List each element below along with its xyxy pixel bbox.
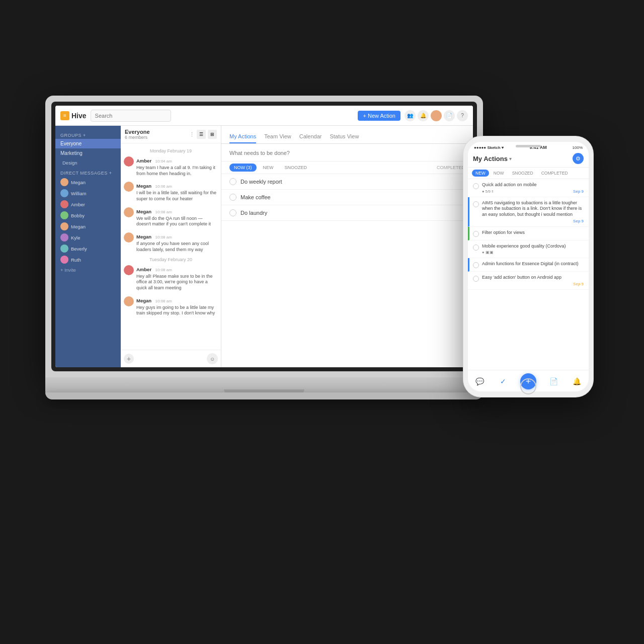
phone-action-circle-1[interactable]	[473, 201, 479, 207]
chat-grid-view-btn[interactable]: ⊞	[208, 130, 217, 139]
msg-text-2: We will do the QA run till noon — doesn'…	[136, 216, 218, 227]
chat-msg-2: Megan 10:08 am We will do the QA run til…	[124, 206, 218, 227]
tab-status-view[interactable]: Status View	[330, 133, 359, 143]
action-text-2: Do laundry	[240, 210, 267, 216]
hive-logo-text: Hive	[71, 112, 87, 120]
phone-action-circle-5[interactable]	[473, 276, 479, 282]
chat-add-button[interactable]: +	[124, 354, 134, 364]
dm-label: DIRECT MESSAGES +	[55, 168, 121, 177]
team-icon[interactable]: 👥	[405, 110, 416, 121]
phone-filter-now[interactable]: NOW	[490, 170, 508, 177]
hive-logo-icon: ≡	[60, 111, 69, 120]
msg-sender-5: Megan	[136, 298, 151, 303]
msg-content-1: Megan 10:06 am I will be in a little lat…	[136, 181, 218, 202]
phone-settings-icon[interactable]: ⚙	[573, 153, 584, 164]
tab-team-view[interactable]: Team View	[264, 133, 291, 143]
action-checkbox-2[interactable]	[229, 209, 236, 216]
dm-item-bobby[interactable]: Bobby	[55, 210, 121, 221]
phone-action-4: Admin functions for Essence Digital (in …	[468, 258, 589, 272]
chat-member-count: 6 members	[125, 135, 150, 140]
action-item-2: Do laundry	[221, 205, 473, 221]
msg-time-1: 10:06 am	[155, 184, 172, 189]
user-avatar[interactable]	[431, 110, 442, 121]
msg-content-5: Megan 10:08 am Hey guys im going to be a…	[136, 295, 218, 316]
bell-icon[interactable]: 🔔	[418, 110, 429, 121]
phone-action-2: Filter option for views	[468, 227, 589, 240]
chat-emoji-icon[interactable]: ☺	[207, 353, 218, 364]
phone-action-circle-4[interactable]	[473, 262, 479, 268]
new-action-input[interactable]	[229, 150, 465, 156]
file-icon[interactable]: 📄	[444, 110, 455, 121]
chat-messages: Monday February 19 Amber 10:04 am Hey te…	[121, 143, 221, 350]
phone-home-button[interactable]	[520, 378, 536, 394]
action-checkbox-0[interactable]	[229, 178, 236, 185]
tab-calendar[interactable]: Calendar	[299, 133, 322, 143]
hive-main: GROUPS + Everyone Marketing Design DIREC…	[55, 126, 473, 367]
chat-footer: + ☺	[121, 350, 221, 367]
filter-snoozed[interactable]: SNOOZED	[280, 164, 312, 172]
phone-bell-icon[interactable]: 🔔	[571, 375, 583, 387]
laptop-foot	[45, 392, 483, 399]
dm-item-amber[interactable]: Amber	[55, 199, 121, 210]
chat-list-view-btn[interactable]: ☰	[197, 130, 206, 139]
action-checkbox-1[interactable]	[229, 194, 236, 201]
action-text-0: Do weekly report	[240, 179, 282, 185]
dm-item-kyle[interactable]: Kyle	[55, 232, 121, 243]
phone-doc-icon[interactable]: 📄	[547, 375, 559, 387]
chat-msg-3: Megan 10:08 am If anyone of you have see…	[124, 231, 218, 253]
dm-item-megan1[interactable]: Megan	[55, 177, 121, 188]
dm-name-bobby: Bobby	[71, 213, 85, 218]
dm-item-william[interactable]: William	[55, 188, 121, 199]
phone-action-meta-0: ● 5/9 ‼ Sep 9	[482, 189, 584, 194]
phone-action-date-5: Sep 9	[573, 282, 584, 286]
phone-action-circle-2[interactable]	[473, 231, 479, 237]
msg-avatar-3	[124, 232, 134, 243]
filter-new[interactable]: NEW	[259, 164, 278, 172]
chat-channel-name: Everyone	[125, 129, 150, 135]
action-text-1: Make coffee	[240, 194, 271, 200]
phone-screen: ●●●●● Sketch ♥ 9:41 AM 100% My Actions ▾…	[468, 142, 589, 391]
phone-action-tag-0: ● 5/9 ‼	[482, 189, 494, 194]
new-action-button[interactable]: + New Action	[358, 111, 400, 121]
sidebar-item-design[interactable]: Design	[55, 158, 121, 168]
filter-now[interactable]: NOW (3)	[229, 164, 257, 172]
phone-check-icon[interactable]: ✓	[497, 375, 509, 387]
dm-name-megan2: Megan	[71, 224, 86, 229]
phone-action-circle-3[interactable]	[473, 245, 479, 251]
msg-sender-0: Amber	[136, 158, 151, 164]
phone-filter-new[interactable]: NEW	[472, 170, 489, 177]
sidebar-item-everyone[interactable]: Everyone	[55, 139, 121, 148]
phone-filter-completed[interactable]: COMPLETED	[538, 170, 572, 177]
phone-speaker	[516, 145, 541, 147]
msg-time-2: 10:08 am	[155, 210, 172, 214]
phone-action-date-1: Sep 9	[573, 219, 584, 223]
phone-action-meta-3: ● ▣▣	[482, 250, 584, 255]
phone-title: My Actions	[473, 155, 508, 163]
phone-filter-snoozed[interactable]: SNOOZED	[509, 170, 537, 177]
phone-action-content-5: Easy 'add action' button on Android app …	[482, 275, 584, 286]
msg-avatar-5	[124, 296, 134, 306]
dm-item-ruth[interactable]: Ruth	[55, 254, 121, 265]
dm-name-kyle: Kyle	[71, 235, 80, 240]
dm-item-beverly[interactable]: Beverly	[55, 243, 121, 254]
chat-dots-icon[interactable]: ⋮	[189, 131, 195, 138]
laptop-body: ≡ Hive + New Action 👥 🔔 📄 ?	[45, 96, 483, 377]
dm-item-megan2[interactable]: Megan	[55, 221, 121, 232]
laptop-base	[45, 377, 483, 393]
phone-action-text-0: Quick add action on mobile	[482, 182, 584, 188]
phone-action-text-5: Easy 'add action' button on Android app	[482, 275, 584, 281]
phone-action-content-1: AIMS navigating to subactions is a littl…	[482, 200, 584, 223]
dm-avatar-megan2	[60, 222, 68, 230]
phone-chat-icon[interactable]: 💬	[473, 375, 486, 387]
dm-name-william: William	[71, 191, 87, 196]
filter-bar: NOW (3) NEW SNOOZED COMPLETED	[221, 162, 473, 174]
search-input[interactable]	[91, 110, 171, 122]
help-icon[interactable]: ?	[457, 110, 468, 121]
hive-logo: ≡ Hive	[60, 111, 87, 120]
tab-my-actions[interactable]: My Actions	[229, 133, 256, 143]
phone-action-circle-0[interactable]	[473, 183, 479, 189]
msg-sender-3: Megan	[136, 234, 151, 239]
filter-completed[interactable]: COMPLETED	[437, 165, 465, 170]
sidebar-item-marketing[interactable]: Marketing	[55, 148, 121, 158]
invite-button[interactable]: + Invite	[55, 265, 121, 275]
